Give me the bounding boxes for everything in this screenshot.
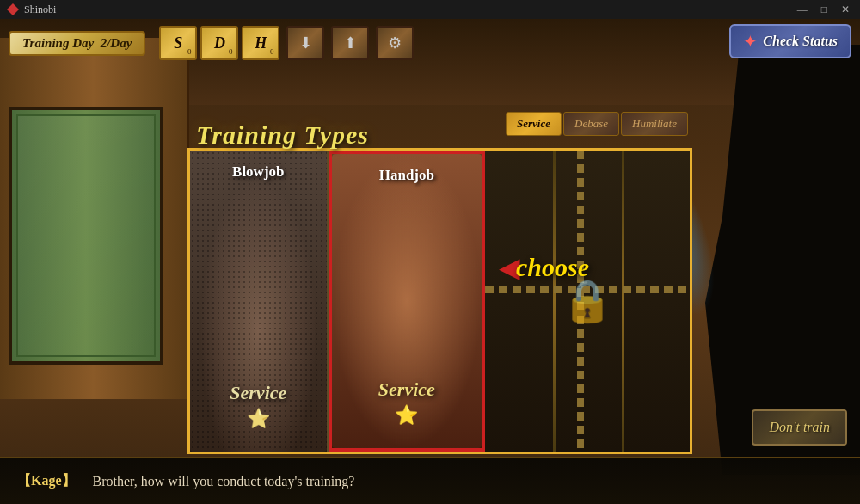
training-day-badge: Training Day 2/Day: [9, 31, 145, 56]
tab-humiliate-label: Humiliate: [632, 117, 677, 130]
download-button[interactable]: ⬇: [286, 26, 324, 60]
titlebar-left: Shinobi: [7, 3, 56, 16]
left-wall: [0, 38, 189, 399]
h-button[interactable]: H 0: [242, 26, 280, 60]
handjob-stars: ⭐: [332, 404, 482, 427]
blowjob-star-icon: ⭐: [247, 408, 270, 429]
dialog-speaker: 【Kage】: [17, 472, 76, 490]
dot-overlay: [190, 151, 327, 452]
blowjob-stars: ⭐: [190, 408, 327, 430]
tab-humiliate[interactable]: Humiliate: [621, 112, 688, 136]
dialog-bar: 【Kage】 Brother, how will you conduct tod…: [0, 457, 860, 504]
options-container: Blowjob Service ⭐ Handjob Service ⭐ 🔒: [187, 148, 692, 454]
dont-train-button[interactable]: Don't train: [752, 409, 847, 446]
training-types-section: Training Types: [196, 120, 369, 158]
close-button[interactable]: ✕: [838, 3, 853, 16]
category-tabs: Service Debase Humiliate: [506, 112, 688, 136]
s-button[interactable]: S 0: [159, 26, 197, 60]
tab-service[interactable]: Service: [506, 112, 562, 136]
game-area: Training Day 2/Day S 0 D 0 H 0 ⬇ ⬆ ⚙: [0, 19, 860, 504]
maximize-button[interactable]: □: [818, 3, 831, 16]
d-button[interactable]: D 0: [200, 26, 238, 60]
settings-button[interactable]: ⚙: [376, 26, 414, 60]
lock-icon: 🔒: [562, 277, 613, 325]
app-icon: [7, 3, 19, 15]
handjob-star-icon: ⭐: [395, 404, 418, 426]
tab-debase[interactable]: Debase: [563, 112, 619, 136]
tab-service-label: Service: [517, 117, 550, 130]
dont-train-label: Don't train: [769, 420, 830, 434]
option-locked: 🔒: [485, 151, 690, 452]
blowjob-title: Blowjob: [190, 163, 327, 181]
minimize-button[interactable]: —: [794, 3, 811, 16]
top-hud: Training Day 2/Day S 0 D 0 H 0 ⬇ ⬆ ⚙: [0, 26, 860, 60]
locked-separator-2: [622, 151, 624, 452]
choose-text: choose: [516, 253, 589, 282]
upload-icon: ⬆: [344, 34, 357, 52]
training-types-title: Training Types: [196, 120, 369, 150]
blowjob-label: Service: [190, 382, 327, 404]
d-label: D: [214, 34, 225, 52]
left-door: [9, 107, 163, 365]
option-handjob[interactable]: Handjob Service ⭐: [329, 151, 485, 452]
s-sub: 0: [187, 47, 192, 56]
app-title: Shinobi: [24, 3, 56, 16]
option-blowjob[interactable]: Blowjob Service ⭐: [190, 151, 329, 452]
locked-separator-1: [553, 151, 556, 452]
choose-indicator: ◀ choose: [499, 251, 589, 284]
dialog-text: Brother, how will you conduct today's tr…: [93, 474, 355, 489]
h-sub: 0: [270, 47, 274, 56]
training-day-unit: /Day: [107, 36, 132, 50]
titlebar-controls: — □ ✕: [794, 3, 853, 16]
h-label: H: [255, 34, 267, 52]
upload-button[interactable]: ⬆: [331, 26, 369, 60]
s-label: S: [174, 34, 182, 52]
d-sub: 0: [229, 47, 233, 56]
tab-debase-label: Debase: [574, 117, 608, 130]
handjob-label: Service: [332, 378, 482, 401]
left-door-inner: [16, 114, 156, 357]
download-icon: ⬇: [299, 34, 312, 52]
handjob-title: Handjob: [332, 167, 482, 184]
training-day-label: Training Day: [22, 36, 94, 50]
gear-icon: ⚙: [388, 34, 402, 52]
titlebar: Shinobi — □ ✕: [0, 0, 860, 19]
sdh-buttons: S 0 D 0 H 0: [159, 26, 280, 60]
